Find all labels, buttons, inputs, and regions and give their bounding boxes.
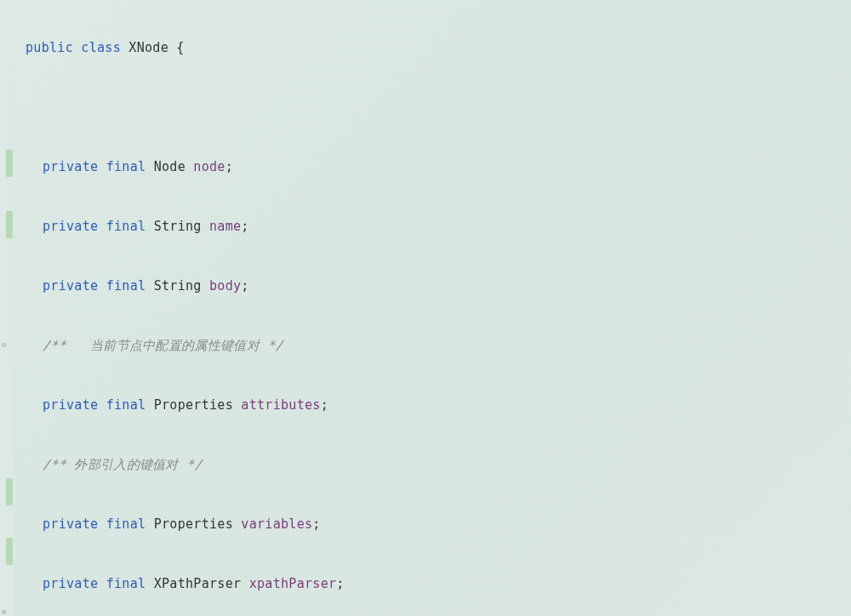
type: String [154, 219, 202, 234]
field: attributes [241, 397, 320, 413]
code-line[interactable]: private final Properties attributes; [26, 391, 851, 420]
comment: /** 外部引入的键值对 */ [43, 457, 203, 472]
keyword: final [106, 278, 146, 294]
keyword: private [43, 219, 98, 234]
code-line[interactable] [26, 93, 851, 123]
type: Node [154, 159, 186, 174]
keyword: private [43, 516, 98, 532]
keyword: private [43, 278, 98, 294]
keyword: final [106, 219, 146, 234]
code-line[interactable]: /** 当前节点中配置的属性键值对 */ [26, 331, 851, 361]
semicolon: ; [336, 576, 344, 591]
field: xpathParser [249, 576, 337, 591]
keyword: class [81, 40, 121, 55]
semicolon: ; [226, 159, 233, 174]
fold-icon[interactable]: ⊖ [2, 597, 6, 616]
field: body [209, 278, 241, 294]
keyword: public [26, 40, 73, 55]
class-name: XNode [129, 40, 168, 55]
type: String [154, 278, 202, 294]
brace: { [176, 40, 184, 55]
change-marker [6, 150, 13, 177]
type: XPathParser [154, 576, 242, 591]
keyword: private [43, 397, 98, 413]
semicolon: ; [241, 219, 248, 234]
field: node [193, 159, 225, 174]
semicolon: ; [312, 516, 320, 532]
code-line[interactable]: private final Properties variables; [26, 510, 851, 539]
semicolon: ; [241, 278, 248, 294]
field: variables [241, 516, 312, 532]
code-line[interactable]: private final String body; [26, 271, 851, 301]
comment: /** 当前节点中配置的属性键值对 */ [43, 338, 283, 353]
keyword: private [43, 576, 98, 591]
code-line[interactable]: private final XPathParser xpathParser; [26, 569, 851, 599]
code-line[interactable]: public class XNode { [26, 33, 851, 63]
fold-icon[interactable]: ⊖ [2, 330, 6, 360]
keyword: final [106, 576, 146, 591]
keyword: private [43, 159, 98, 174]
code-line[interactable]: private final Node node; [26, 152, 851, 182]
code-line[interactable]: /** 外部引入的键值对 */ [26, 450, 851, 480]
type: Properties [154, 516, 233, 532]
field: name [209, 219, 241, 234]
type: Properties [154, 397, 233, 413]
code-editor[interactable]: public class XNode { private final Node … [0, 0, 851, 616]
semicolon: ; [321, 397, 328, 413]
code-line[interactable]: private final String name; [26, 212, 851, 242]
editor-gutter: ⊖ ⊖ [0, 0, 14, 616]
keyword: final [106, 516, 146, 532]
change-marker [6, 538, 13, 565]
change-marker [6, 211, 13, 238]
keyword: final [106, 397, 146, 413]
keyword: final [106, 159, 146, 174]
change-marker [6, 478, 13, 505]
